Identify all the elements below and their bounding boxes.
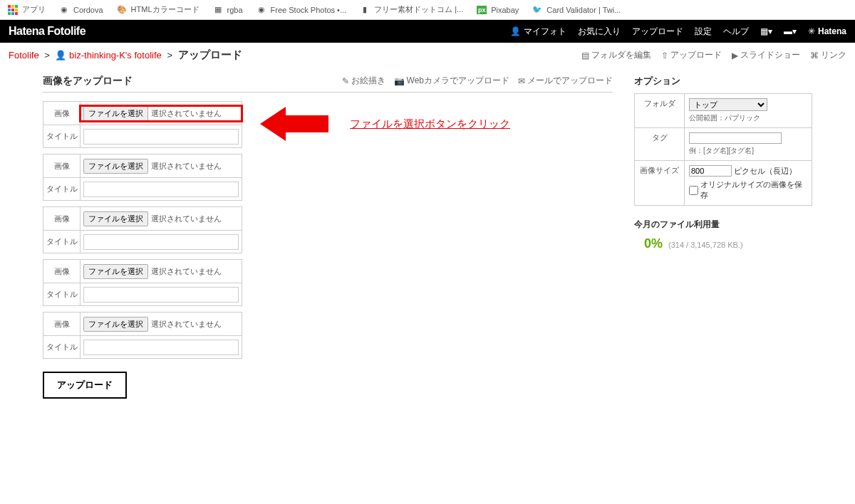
bookmark-twitter[interactable]: 🐦 Card Validator | Twi...: [532, 4, 621, 16]
usage-detail: (314 / 3,145,728 KB.): [668, 241, 743, 249]
camera-icon: 📷: [394, 76, 405, 86]
file-select-button[interactable]: ファイルを選択: [83, 159, 148, 174]
alt-mail[interactable]: ✉メールでアップロード: [518, 75, 613, 87]
file-status: 選択されていません: [151, 214, 222, 224]
nav-favorite[interactable]: お気に入り: [578, 26, 621, 38]
upload-block: 画像 ファイルを選択 選択されていません タイトル: [43, 101, 242, 148]
nav-upload[interactable]: アップロード: [632, 26, 683, 38]
alt-upload-links: ✎お絵描き 📷Webカメラでアップロード ✉メールでアップロード: [342, 75, 613, 87]
bookmark-pixabay[interactable]: px Pixabay: [476, 4, 519, 16]
opt-folder-hint: 公開範囲：パブリック: [689, 113, 807, 123]
title-input[interactable]: [83, 287, 239, 303]
options-title: オプション: [634, 75, 812, 88]
file-status: 選択されていません: [151, 266, 222, 277]
file-status: 選択されていません: [151, 161, 222, 172]
action-link[interactable]: ⌘リンク: [810, 49, 846, 61]
notify-icon[interactable]: ▬▾: [784, 26, 797, 36]
file-field: ファイルを選択 選択されていません: [81, 106, 242, 121]
svg-rect-5: [15, 9, 18, 11]
title-input[interactable]: [83, 182, 239, 197]
nav-myphoto[interactable]: 👤マイフォト: [510, 26, 566, 38]
file-status: 選択されていません: [151, 319, 222, 330]
opt-folder-select[interactable]: トップ: [689, 98, 767, 111]
opt-original-checkbox[interactable]: [689, 186, 698, 195]
nav-label: マイフォト: [524, 26, 566, 38]
avatar-icon: 👤: [510, 26, 521, 36]
nav-settings[interactable]: 設定: [695, 26, 712, 38]
row-label: 画像: [43, 260, 81, 283]
twitter-icon: 🐦: [532, 4, 543, 16]
row-label: タイトル: [43, 336, 81, 358]
svg-rect-7: [11, 12, 14, 15]
opt-tag-input[interactable]: [689, 132, 782, 144]
title-input[interactable]: [83, 129, 239, 145]
row-label: 画像: [43, 207, 81, 230]
bookmark-label: rgba: [227, 6, 243, 14]
svg-rect-8: [15, 12, 18, 15]
bookmark-freestock[interactable]: ◉ Free Stock Photos •...: [256, 4, 347, 16]
site-logo[interactable]: Hatena Fotolife: [9, 25, 86, 38]
annotation-text: ファイルを選択ボタンをクリック: [350, 117, 510, 131]
opt-tag-label: タグ: [635, 128, 685, 161]
pixabay-icon: px: [476, 4, 487, 16]
row-label: 画像: [43, 313, 81, 335]
file-select-button[interactable]: ファイルを選択: [83, 317, 148, 332]
apps-icon: [7, 4, 19, 16]
upload-blocks: 画像 ファイルを選択 選択されていません タイトル 画像ファイルを選択選択されて…: [43, 101, 242, 359]
folder-icon: ▤: [581, 51, 589, 61]
globe-icon: ◉: [58, 4, 70, 16]
upload-icon: ⇧: [661, 51, 668, 61]
action-upload[interactable]: ⇧アップロード: [661, 49, 722, 61]
crumb-user[interactable]: biz-thinking-K's fotolife: [69, 50, 162, 61]
upload-block: 画像ファイルを選択選択されていません タイトル: [43, 154, 242, 201]
upload-block: 画像ファイルを選択選択されていません タイトル: [43, 312, 242, 359]
right-column: オプション フォルダ トップ 公開範囲：パブリック タグ 例：[タグ名][タグ名…: [634, 75, 812, 251]
bookmark-apps[interactable]: アプリ: [7, 4, 46, 16]
hatena-logo[interactable]: ✳Hatena: [808, 26, 846, 36]
bookmark-label: Card Validator | Twi...: [546, 6, 621, 14]
alt-label: メールでアップロード: [527, 75, 613, 87]
globe-icon: ◉: [256, 4, 267, 16]
nav-label: Hatena: [818, 26, 846, 36]
bookmarks-bar: アプリ ◉ Cordova 🎨 HTMLカラーコード ▦ rgba ◉ Free…: [0, 0, 855, 20]
file-select-button[interactable]: ファイルを選択: [83, 211, 148, 226]
row-label: タイトル: [43, 178, 81, 200]
file-status: 選択されていません: [151, 108, 222, 119]
action-slideshow[interactable]: ▶スライドショー: [732, 49, 800, 61]
bookmark-htmlcolor[interactable]: 🎨 HTMLカラーコード: [116, 4, 200, 16]
action-edit-folder[interactable]: ▤フォルダを編集: [581, 49, 651, 61]
bookmark-label: フリー素材ドットコム |...: [374, 4, 463, 15]
row-label: タイトル: [43, 231, 81, 253]
alt-webcam[interactable]: 📷Webカメラでアップロード: [394, 75, 509, 87]
file-select-button[interactable]: ファイルを選択: [83, 106, 148, 121]
usage-title: 今月のファイル利用量: [634, 219, 812, 231]
bookmark-freesozai[interactable]: ▮ フリー素材ドットコム |...: [359, 4, 463, 16]
opt-tag-hint: 例：[タグ名][タグ名]: [689, 146, 807, 156]
alt-draw[interactable]: ✎お絵描き: [342, 75, 385, 87]
svg-rect-1: [11, 5, 14, 8]
bookmark-rgba[interactable]: ▦ rgba: [212, 4, 243, 16]
bookmark-label: Pixabay: [491, 6, 519, 14]
apps-menu-icon[interactable]: ▦▾: [760, 26, 772, 36]
opt-size-label: 画像サイズ: [635, 161, 685, 206]
opt-size-unit: ピクセル（長辺）: [734, 167, 797, 175]
opt-size-input[interactable]: [689, 165, 732, 177]
file-select-button[interactable]: ファイルを選択: [83, 264, 148, 279]
upload-title-row: タイトル: [43, 125, 242, 147]
action-label: スライドショー: [740, 49, 800, 61]
nav-help[interactable]: ヘルプ: [723, 26, 749, 38]
user-icon: 👤: [55, 50, 66, 61]
bookmark-cordova[interactable]: ◉ Cordova: [58, 4, 103, 16]
crumb-root[interactable]: Fotolife: [9, 50, 39, 61]
mail-icon: ✉: [518, 76, 525, 86]
title-input[interactable]: [83, 234, 239, 250]
svg-rect-4: [11, 9, 14, 11]
page-icon: ▦: [212, 4, 224, 16]
usage-value: 0% (314 / 3,145,728 KB.): [634, 236, 812, 251]
header-nav: 👤マイフォト お気に入り アップロード 設定 ヘルプ ▦▾ ▬▾ ✳Hatena: [510, 26, 846, 38]
alt-label: お絵描き: [351, 75, 385, 87]
pencil-icon: ✎: [342, 76, 349, 86]
action-label: フォルダを編集: [591, 49, 651, 61]
upload-submit-button[interactable]: アップロード: [43, 372, 127, 399]
title-input[interactable]: [83, 340, 239, 355]
